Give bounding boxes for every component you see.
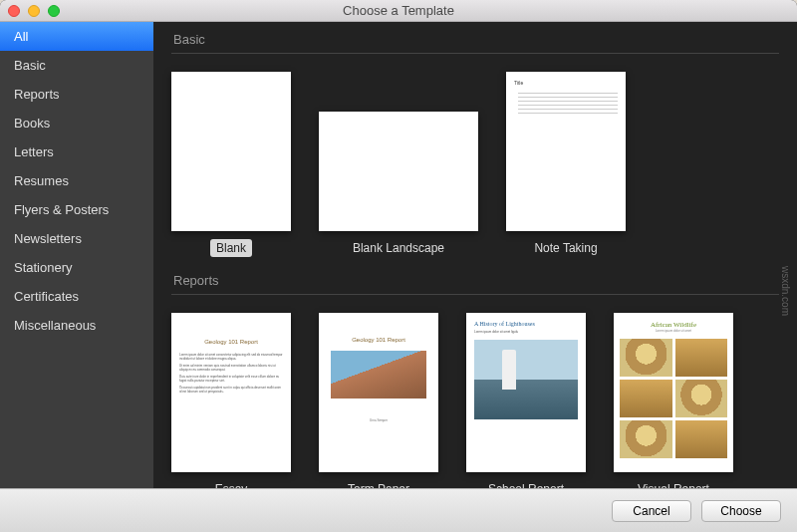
template-label: Blank	[210, 239, 252, 257]
sidebar-item-newsletters[interactable]: Newsletters	[0, 224, 153, 253]
template-blank[interactable]: Blank	[171, 72, 291, 257]
section-basic: Blank Blank Landscape Title Note Taking	[171, 53, 779, 263]
maximize-icon[interactable]	[48, 5, 60, 17]
section-reports: Geology 101 Report Lorem ipsum dolor sit…	[171, 294, 779, 488]
sidebar-item-stationery[interactable]: Stationery	[0, 253, 153, 282]
titlebar: Choose a Template	[0, 0, 797, 22]
sidebar-item-basic[interactable]: Basic	[0, 51, 153, 80]
template-blank-landscape[interactable]: Blank Landscape	[319, 72, 478, 257]
template-label: Blank Landscape	[347, 239, 450, 257]
template-thumbnail: A History of Lighthouses Lorem ipsum dol…	[466, 313, 586, 472]
template-label: Visual Report	[632, 480, 715, 488]
template-thumbnail: Geology 101 Report Lorem ipsum dolor sit…	[171, 313, 291, 472]
sidebar-item-books[interactable]: Books	[0, 109, 153, 137]
template-label: School Report	[482, 480, 570, 488]
template-essay[interactable]: Geology 101 Report Lorem ipsum dolor sit…	[171, 313, 291, 488]
traffic-lights	[0, 5, 60, 17]
sidebar-item-certificates[interactable]: Certificates	[0, 282, 153, 311]
section-header-reports: Reports	[171, 263, 779, 294]
template-thumbnail	[171, 72, 291, 231]
minimize-icon[interactable]	[28, 5, 40, 17]
window-title: Choose a Template	[0, 3, 797, 18]
template-thumbnail: African Wildlife Lorem ipsum dolor sit a…	[614, 313, 733, 472]
sidebar: All Basic Reports Books Letters Resumes …	[0, 22, 153, 488]
sidebar-item-letters[interactable]: Letters	[0, 137, 153, 166]
cancel-button[interactable]: Cancel	[612, 500, 691, 522]
sidebar-item-reports[interactable]: Reports	[0, 80, 153, 109]
sidebar-item-all[interactable]: All	[0, 22, 153, 51]
sidebar-item-resumes[interactable]: Resumes	[0, 166, 153, 195]
template-thumbnail: Geology 101 Report Urna Semper	[319, 313, 438, 472]
main-content[interactable]: Basic Blank Blank Landscape Title Note T…	[153, 22, 797, 488]
close-icon[interactable]	[8, 5, 20, 17]
template-label: Note Taking	[528, 239, 603, 257]
template-label: Essay	[209, 480, 254, 488]
template-note-taking[interactable]: Title Note Taking	[506, 72, 626, 257]
template-visual-report[interactable]: African Wildlife Lorem ipsum dolor sit a…	[614, 313, 733, 488]
template-label: Term Paper	[342, 480, 415, 488]
footer: Cancel Choose	[0, 488, 797, 532]
sidebar-item-miscellaneous[interactable]: Miscellaneous	[0, 311, 153, 340]
sidebar-item-flyers-posters[interactable]: Flyers & Posters	[0, 195, 153, 224]
choose-button[interactable]: Choose	[701, 500, 781, 522]
template-school-report[interactable]: A History of Lighthouses Lorem ipsum dol…	[466, 313, 586, 488]
template-thumbnail	[319, 112, 478, 231]
template-term-paper[interactable]: Geology 101 Report Urna Semper Term Pape…	[319, 313, 438, 488]
section-header-basic: Basic	[171, 22, 779, 53]
template-thumbnail: Title	[506, 72, 626, 231]
